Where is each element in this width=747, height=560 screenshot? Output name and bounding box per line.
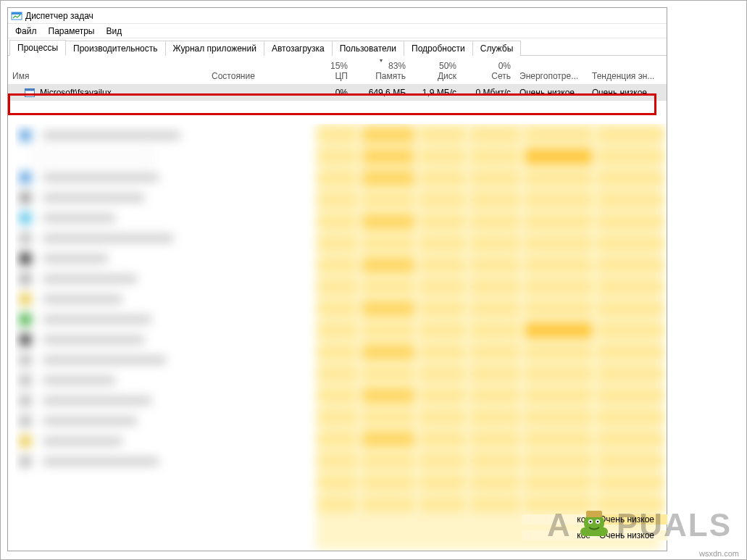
menu-options[interactable]: Параметры: [43, 25, 101, 38]
window-icon: [24, 87, 36, 99]
outer-frame: Диспетчер задач Файл Параметры Вид Проце…: [0, 0, 747, 560]
menu-view[interactable]: Вид: [100, 25, 128, 38]
col-status-label: Состояние: [212, 71, 255, 81]
row-trend: Очень низкое: [588, 88, 660, 98]
row-disk: 1,9 МБ/с: [410, 88, 461, 98]
col-memory-stat: 83%: [388, 61, 406, 71]
svg-point-8: [590, 521, 592, 523]
watermark-text-b: PUALS: [617, 507, 732, 543]
col-name-label: Имя: [12, 71, 29, 81]
svg-rect-10: [586, 511, 602, 517]
table-row[interactable]: Microsoft\fsavailux 0% 649,6 МБ 1,9 МБ/с…: [8, 85, 667, 101]
task-manager-window: Диспетчер задач Файл Параметры Вид Проце…: [7, 7, 667, 551]
svg-rect-1: [12, 12, 22, 14]
blurred-area: [15, 124, 667, 551]
row-power: Очень низкое: [515, 88, 588, 98]
window-title: Диспетчер задач: [25, 11, 93, 21]
watermark: A PUALS: [547, 506, 732, 545]
svg-point-9: [597, 521, 599, 523]
chevron-down-icon: ▾: [380, 57, 383, 64]
col-memory-label: Память: [375, 71, 406, 81]
tabstrip: Процессы Производительность Журнал прило…: [8, 38, 667, 56]
row-memory: 649,6 МБ: [352, 88, 410, 98]
source-url: wsxdn.com: [699, 549, 739, 558]
row-cpu: 0%: [309, 88, 352, 98]
col-cpu-label: ЦП: [335, 71, 348, 81]
task-manager-icon: [11, 10, 22, 22]
col-power-label: Энергопотре...: [519, 71, 578, 81]
col-network-stat: 0%: [498, 61, 511, 71]
tab-users[interactable]: Пользователи: [332, 41, 404, 56]
column-headers: Имя Состояние 15% ЦП ▾ 83% Память 50% Ди…: [8, 56, 667, 85]
menubar: Файл Параметры Вид: [8, 24, 667, 38]
col-network[interactable]: 0% Сеть: [461, 56, 515, 84]
col-network-label: Сеть: [491, 71, 511, 81]
svg-rect-3: [25, 89, 35, 91]
tab-app-history[interactable]: Журнал приложений: [165, 41, 264, 56]
col-memory[interactable]: ▾ 83% Память: [352, 56, 410, 84]
menu-file[interactable]: Файл: [9, 25, 43, 38]
tab-startup[interactable]: Автозагрузка: [264, 41, 333, 56]
col-trend[interactable]: Тенденция эн...: [588, 56, 660, 84]
mascot-icon: [575, 506, 614, 545]
col-cpu-stat: 15%: [330, 61, 348, 71]
tab-details[interactable]: Подробности: [404, 41, 473, 56]
watermark-text-a: A: [547, 507, 572, 543]
tab-services[interactable]: Службы: [472, 41, 521, 56]
row-name-cell: Microsoft\fsavailux: [8, 87, 207, 99]
row-network: 0 Мбит/с: [461, 88, 515, 98]
col-disk-stat: 50%: [439, 61, 456, 71]
col-name[interactable]: Имя: [8, 56, 207, 84]
col-disk[interactable]: 50% Диск: [410, 56, 461, 84]
col-cpu[interactable]: 15% ЦП: [309, 56, 352, 84]
tab-performance[interactable]: Производительность: [65, 41, 165, 56]
row-name: Microsoft\fsavailux: [40, 88, 112, 98]
col-power[interactable]: Энергопотре...: [515, 56, 588, 84]
tab-processes[interactable]: Процессы: [9, 40, 66, 56]
col-trend-label: Тенденция эн...: [592, 71, 654, 81]
col-status[interactable]: Состояние: [207, 56, 309, 84]
titlebar[interactable]: Диспетчер задач: [8, 8, 667, 24]
col-disk-label: Диск: [438, 71, 456, 81]
